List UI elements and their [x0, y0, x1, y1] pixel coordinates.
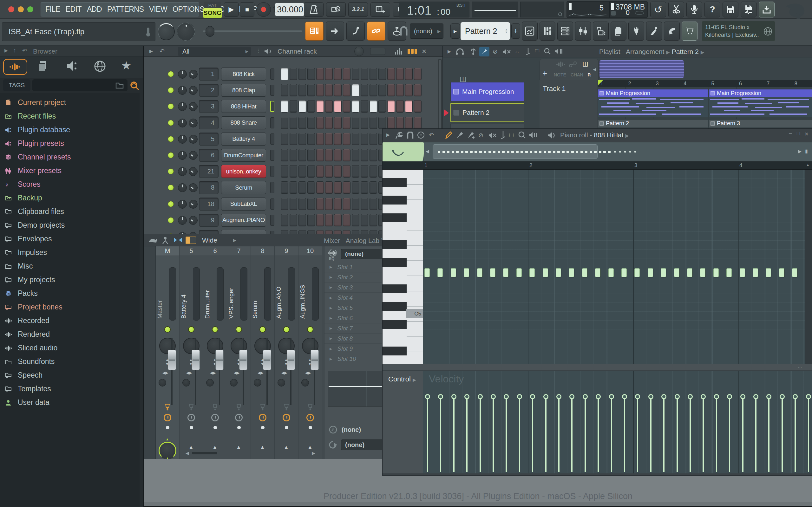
step-cell[interactable]: [299, 117, 306, 129]
pl-headphones-icon[interactable]: [456, 48, 464, 55]
fx-slot-10[interactable]: ▶Slot 10: [324, 354, 388, 364]
velocity-stem[interactable]: [611, 399, 612, 472]
pr-mute-tool[interactable]: [488, 132, 497, 138]
strip-clock-icon[interactable]: [259, 414, 266, 421]
strip-clock-icon[interactable]: [307, 414, 314, 421]
velocity-stem[interactable]: [781, 399, 783, 472]
piano-roll-note[interactable]: [529, 268, 535, 277]
channel-number[interactable]: 2: [199, 84, 219, 97]
channel-target-indicator[interactable]: [270, 133, 274, 145]
rack-expand-icon[interactable]: ▶: [149, 49, 153, 54]
fx-main-selector[interactable]: (none): [341, 249, 385, 259]
channel-led[interactable]: [168, 120, 174, 126]
step-cell[interactable]: [370, 198, 377, 210]
velocity-stem[interactable]: [742, 399, 744, 472]
velocity-handle[interactable]: [622, 394, 627, 399]
browser-item-backup[interactable]: Backup: [0, 191, 140, 205]
pl-slip-icon[interactable]: [470, 48, 477, 55]
traffic-light-zoom[interactable]: [27, 6, 33, 12]
velocity-handle[interactable]: [780, 394, 785, 399]
pl-thumb-prev[interactable]: ◀: [591, 60, 598, 78]
piano-roll-note[interactable]: [687, 268, 692, 277]
step-cell[interactable]: [387, 117, 395, 129]
channel-volume-knob[interactable]: [189, 102, 198, 111]
step-cell[interactable]: [316, 84, 324, 96]
mixer-layout-selector[interactable]: Wide: [202, 236, 217, 244]
mixer-strip-6[interactable]: 6Drum..uter▲▼◀▶▲: [203, 246, 227, 459]
help-button[interactable]: ?: [704, 2, 720, 17]
velocity-stem[interactable]: [729, 399, 730, 472]
mixer-strip-5[interactable]: 5Battery 4▲▼◀▶▲: [179, 246, 203, 459]
piano-roll-note[interactable]: [753, 268, 758, 277]
velocity-handle[interactable]: [740, 394, 745, 399]
browser-item-templates[interactable]: Templates: [0, 382, 140, 396]
step-cell[interactable]: [316, 149, 324, 161]
channel-number[interactable]: 1: [199, 67, 219, 80]
news-ticker[interactable]: 11-05 FL Studio x Kilohearts | Exclusiv.…: [702, 21, 775, 41]
strip-led[interactable]: [260, 326, 266, 333]
step-cell[interactable]: [299, 68, 306, 80]
channel-target-indicator[interactable]: [270, 182, 274, 193]
pr-slice-tool[interactable]: [500, 131, 506, 139]
playlist-clip-main-progression[interactable]: Main Progression: [709, 89, 812, 117]
strip-lr[interactable]: ◀▶: [281, 371, 287, 375]
shop-button[interactable]: [682, 21, 698, 41]
strip-led[interactable]: [188, 326, 195, 333]
step-cell[interactable]: [299, 149, 306, 161]
plugin-database-button[interactable]: [628, 21, 644, 41]
project-title-box[interactable]: ISB_At Ease (Trap).flp: [2, 22, 155, 41]
pr-delete-tool[interactable]: ⊘: [478, 131, 483, 139]
strip-fader-handle[interactable]: [239, 350, 248, 370]
channel-pan-knob[interactable]: [178, 200, 187, 209]
channel-target-indicator[interactable]: [270, 215, 274, 226]
strip-small-knob[interactable]: [206, 379, 214, 387]
step-cell[interactable]: [370, 84, 377, 96]
step-cell[interactable]: [361, 198, 368, 210]
pr-undo-icon[interactable]: ↶: [429, 131, 434, 138]
velocity-handle[interactable]: [425, 394, 430, 399]
step-cell[interactable]: [289, 100, 297, 113]
undo-button[interactable]: ↺: [650, 2, 666, 17]
traffic-light-close[interactable]: [8, 6, 14, 12]
velocity-handle[interactable]: [806, 394, 811, 399]
piano-roll-note[interactable]: [661, 268, 666, 277]
channel-button[interactable]: 808 Snare: [221, 116, 266, 129]
channel-target-indicator[interactable]: [270, 84, 274, 96]
channel-button[interactable]: DrumComputer: [221, 149, 266, 162]
velocity-stem[interactable]: [650, 399, 651, 472]
strip-route-arrow[interactable]: ▲: [283, 444, 289, 451]
strip-number[interactable]: 5: [179, 246, 203, 256]
link-button[interactable]: [367, 21, 385, 41]
step-cell[interactable]: [325, 214, 333, 226]
step-cell[interactable]: [361, 68, 368, 80]
step-cell[interactable]: [325, 84, 333, 96]
pattern-selector[interactable]: Pattern 2 ▲▼: [461, 22, 510, 40]
velocity-handle[interactable]: [675, 394, 680, 399]
step-cell[interactable]: [316, 181, 324, 194]
browser-item-scores[interactable]: ♪Scores: [0, 178, 140, 191]
piano-roll-note[interactable]: [674, 268, 680, 277]
piano-roll-note[interactable]: [713, 268, 719, 277]
step-cell[interactable]: [307, 198, 315, 210]
play-button[interactable]: ▶: [224, 2, 238, 17]
fx-time-row[interactable]: (none): [324, 423, 388, 436]
mixer-strip-master[interactable]: MMaster▲▼◀▶▲: [156, 246, 179, 459]
step-cell[interactable]: [370, 133, 377, 145]
step-cell[interactable]: [316, 100, 324, 113]
velocity-handle[interactable]: [438, 394, 443, 399]
pr-wrench-icon[interactable]: [395, 131, 403, 139]
velocity-stem[interactable]: [453, 399, 454, 472]
step-cell[interactable]: [352, 84, 359, 96]
step-cell[interactable]: [396, 100, 404, 113]
velocity-handle[interactable]: [793, 394, 798, 399]
pr-expand-icon[interactable]: ▶: [386, 132, 390, 137]
step-cell[interactable]: [334, 165, 342, 178]
step-cell[interactable]: [361, 84, 368, 96]
strip-small-knob[interactable]: [230, 379, 237, 387]
mixer-strip-9[interactable]: 9Augm..ANO▲▼◀▶▲: [275, 246, 299, 459]
channel-pan-knob[interactable]: [178, 167, 187, 176]
strip-lr[interactable]: ◀▶: [210, 371, 216, 375]
step-cell[interactable]: [361, 181, 368, 194]
rack-speaker-icon[interactable]: [264, 48, 272, 55]
playlist-clip-main-progression[interactable]: Main Progression: [598, 89, 708, 117]
